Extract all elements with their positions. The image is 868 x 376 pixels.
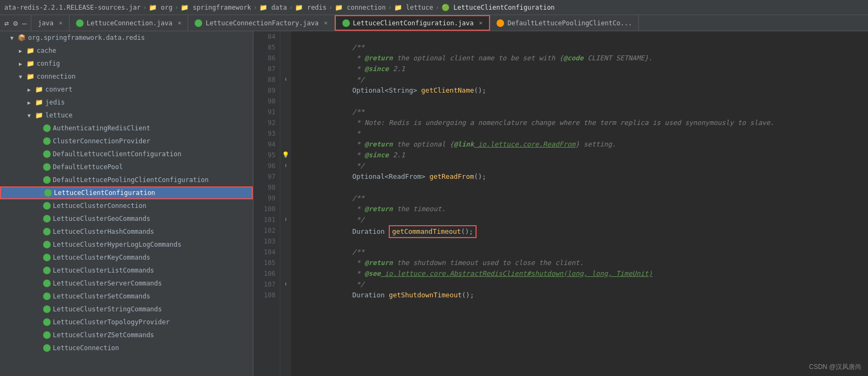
- tab-lettuce-client-config[interactable]: LettuceClientConfiguration.java ✕: [335, 15, 491, 31]
- settings-icon[interactable]: ⚙: [13, 19, 17, 27]
- sidebar-item-jedis[interactable]: ▶ 📁 jedis: [0, 96, 253, 109]
- tab-lettuce-connection-icon: [76, 19, 84, 27]
- gutter-93: [280, 128, 291, 139]
- tab-lettuce-connection[interactable]: LettuceConnection.java ✕: [70, 15, 189, 31]
- sidebar-label-lettuce: lettuce: [45, 112, 73, 119]
- ln-102: 102: [253, 225, 280, 236]
- tab-lettuce-client-config-close[interactable]: ✕: [479, 19, 483, 26]
- sidebar-label-LettuceClusterListCommands: LettuceClusterListCommands: [53, 267, 154, 274]
- tab-lettuce-connection-factory[interactable]: LettuceConnectionFactory.java ✕: [188, 15, 334, 31]
- sidebar-label-LettuceClusterConnection: LettuceClusterConnection: [53, 202, 146, 210]
- tree-arrow-jedis: ▶: [26, 99, 32, 106]
- folder-icon-config: 📁: [26, 59, 35, 68]
- tree-arrow-cache: ▶: [17, 47, 24, 54]
- sidebar-item-cache[interactable]: ▶ 📁 cache: [0, 44, 253, 57]
- class-icon-LettuceConnection: [43, 344, 51, 352]
- ln-90: 90: [253, 96, 280, 107]
- sidebar-item-LettuceClusterHashCommands[interactable]: ▶ LettuceClusterHashCommands: [0, 225, 253, 238]
- class-icon-LettuceClientConfiguration: [44, 189, 52, 197]
- sidebar-item-DefaultLettucePoolingClientConfiguration[interactable]: ▶ DefaultLettucePoolingClientConfigurati…: [0, 173, 253, 186]
- sidebar-item-convert[interactable]: ▶ 📁 convert: [0, 83, 253, 96]
- sidebar-item-LettuceClusterStringCommands[interactable]: ▶ LettuceClusterStringCommands: [0, 303, 253, 316]
- code-line-98: /**: [295, 182, 864, 193]
- class-icon-DefaultLettucePoolingClientConfiguration: [43, 176, 51, 184]
- gutter-106: [280, 268, 291, 279]
- ln-98: 98: [253, 182, 280, 193]
- sidebar-item-DefaultLettucePool[interactable]: ▶ DefaultLettucePool: [0, 161, 253, 173]
- gutter-88[interactable]: ⬇: [280, 74, 291, 85]
- tab-lettuce-connection-close[interactable]: ✕: [178, 19, 182, 26]
- sidebar-item-lettuce[interactable]: ▼ 📁 lettuce: [0, 109, 253, 122]
- sidebar-label-LettuceClientConfiguration: LettuceClientConfiguration: [54, 189, 155, 197]
- sidebar-label-jedis: jedis: [45, 99, 65, 106]
- code-line-104: * @return the shutdown timeout used to c…: [295, 247, 864, 257]
- sidebar-item-ClusterConnectionProvider[interactable]: ▶ ClusterConnectionProvider: [0, 135, 253, 148]
- sidebar-label-connection: connection: [37, 73, 75, 80]
- gutter-101[interactable]: ⬇: [280, 214, 291, 225]
- sidebar-item-AuthenticatingRedisClient[interactable]: ▶ AuthenticatingRedisClient: [0, 122, 253, 135]
- sidebar-item-LettuceClientConfiguration[interactable]: ▶ LettuceClientConfiguration: [0, 186, 253, 199]
- gutter-86: [280, 53, 291, 64]
- gutter-105: [280, 257, 291, 268]
- project-icon[interactable]: ⇄: [4, 19, 9, 27]
- gutter-94: [280, 139, 291, 150]
- sidebar-item-LettuceConnection[interactable]: ▶ LettuceConnection: [0, 342, 253, 354]
- sidebar-item-LettuceClusterZSetCommands[interactable]: ▶ LettuceClusterZSetCommands: [0, 329, 253, 342]
- gutter-107[interactable]: ⬇: [280, 279, 291, 290]
- tree-arrow-convert: ▶: [26, 86, 32, 93]
- tab-lettuce-connection-factory-close[interactable]: ✕: [324, 19, 328, 26]
- ln-104: 104: [253, 247, 280, 257]
- sidebar-label-org-spring: org.springframework.data.redis: [28, 34, 145, 41]
- sidebar-item-LettuceClusterServerCommands[interactable]: ▶ LettuceClusterServerCommands: [0, 277, 253, 290]
- minus-icon[interactable]: —: [22, 19, 26, 27]
- tab-java-close[interactable]: ✕: [59, 19, 63, 26]
- class-icon-LettuceClusterHyperLogLogCommands: [43, 241, 51, 248]
- class-icon-ClusterConnectionProvider: [43, 137, 51, 145]
- class-icon-LettuceClusterKeyCommands: [43, 254, 51, 261]
- sidebar-item-LettuceClusterHyperLogLogCommands[interactable]: ▶ LettuceClusterHyperLogLogCommands: [0, 238, 253, 251]
- class-icon-AuthenticatingRedisClient: [43, 124, 51, 132]
- ln-95: 95: [253, 150, 280, 161]
- ln-86: 86: [253, 53, 280, 64]
- sidebar-item-LettuceClusterKeyCommands[interactable]: ▶ LettuceClusterKeyCommands: [0, 251, 253, 264]
- gutter-96[interactable]: ⬇: [280, 161, 291, 171]
- tree-arrow-org-spring: ▼: [9, 34, 15, 41]
- tab-lettuce-connection-label: LettuceConnection.java: [87, 19, 173, 27]
- code-line-84: /**: [295, 31, 864, 42]
- gutter-89: [280, 85, 291, 96]
- tab-java-label: java: [38, 19, 53, 27]
- tree-arrow-lettuce: ▼: [26, 112, 32, 119]
- sidebar-item-org-spring[interactable]: ▼ 📦 org.springframework.data.redis: [0, 31, 253, 44]
- ln-94: 94: [253, 139, 280, 150]
- ln-108: 108: [253, 290, 280, 301]
- code-line-85: * @return the optional client name to be…: [295, 42, 864, 53]
- folder-icon-jedis: 📁: [35, 98, 43, 107]
- code-line-96: Optional<ReadFrom> getReadFrom();: [295, 161, 864, 171]
- watermark: CSDN @汉风唐尚: [809, 363, 862, 372]
- ln-92: 92: [253, 117, 280, 128]
- tab-java[interactable]: java ✕: [31, 15, 70, 31]
- class-icon-LettuceClusterStringCommands: [43, 305, 51, 313]
- class-icon-LettuceClusterGeoCommands: [43, 215, 51, 222]
- sidebar-item-LettuceClusterConnection[interactable]: ▶ LettuceClusterConnection: [0, 199, 253, 212]
- sidebar-item-connection[interactable]: ▼ 📁 connection: [0, 70, 253, 83]
- gutter-104: [280, 247, 291, 257]
- folder-icon-connection: 📁: [26, 72, 35, 81]
- sidebar-label-LettuceConnection: LettuceConnection: [53, 344, 119, 352]
- sidebar-item-LettuceClusterGeoCommands[interactable]: ▶ LettuceClusterGeoCommands: [0, 212, 253, 225]
- ln-107: 107: [253, 279, 280, 290]
- code-line-88: Optional<String> getClientName();: [295, 74, 864, 85]
- code-line-101: Duration getCommandTimeout();: [295, 214, 864, 225]
- class-icon-LettuceClusterListCommands: [43, 267, 51, 274]
- code-editor[interactable]: 84 85 86 87 88 89 90 91 92 93 94 95 96 9…: [253, 31, 868, 376]
- sidebar-item-LettuceClusterListCommands[interactable]: ▶ LettuceClusterListCommands: [0, 264, 253, 277]
- tab-default-lettuce-pooling[interactable]: DefaultLettucePoolingClientCo...: [490, 15, 639, 31]
- sidebar-item-DefaultLettuceClientConfiguration[interactable]: ▶ DefaultLettuceClientConfiguration: [0, 148, 253, 161]
- tab-lettuce-connection-factory-label: LettuceConnectionFactory.java: [205, 19, 319, 27]
- sidebar-item-config[interactable]: ▶ 📁 config: [0, 57, 253, 70]
- sidebar-item-LettuceClusterSetCommands[interactable]: ▶ LettuceClusterSetCommands: [0, 290, 253, 303]
- class-icon-DefaultLettucePool: [43, 163, 51, 171]
- class-icon-LettuceClusterHashCommands: [43, 228, 51, 235]
- tab-default-lettuce-pooling-icon: [497, 19, 504, 27]
- sidebar-item-LettuceClusterTopologyProvider[interactable]: ▶ LettuceClusterTopologyProvider: [0, 316, 253, 329]
